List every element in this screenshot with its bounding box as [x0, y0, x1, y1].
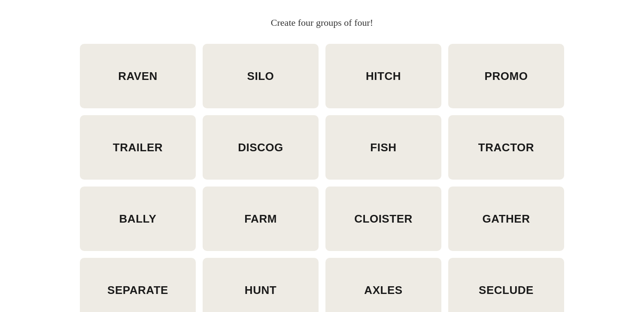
tile-label-seclude: SECLUDE [479, 284, 534, 297]
tile-discog[interactable]: DISCOG [203, 115, 319, 180]
tile-label-hitch: HITCH [366, 70, 401, 83]
tile-label-separate: SEPARATE [107, 284, 168, 297]
tile-fish[interactable]: FISH [325, 115, 441, 180]
tile-label-tractor: TRACTOR [478, 141, 534, 154]
tile-label-discog: DISCOG [238, 141, 283, 154]
tile-tractor[interactable]: TRACTOR [448, 115, 564, 180]
tile-separate[interactable]: SEPARATE [80, 258, 196, 312]
tile-gather[interactable]: GATHER [448, 187, 564, 251]
tile-promo[interactable]: PROMO [448, 44, 564, 108]
tile-label-trailer: TRAILER [113, 141, 163, 154]
tile-raven[interactable]: RAVEN [80, 44, 196, 108]
tile-label-axles: AXLES [364, 284, 402, 297]
tile-cloister[interactable]: CLOISTER [325, 187, 441, 251]
tile-label-silo: SILO [247, 70, 274, 83]
tile-seclude[interactable]: SECLUDE [448, 258, 564, 312]
tile-label-raven: RAVEN [118, 70, 158, 83]
tile-hunt[interactable]: HUNT [203, 258, 319, 312]
tile-hitch[interactable]: HITCH [325, 44, 441, 108]
game-subtitle: Create four groups of four! [271, 17, 373, 28]
tile-label-promo: PROMO [485, 70, 528, 83]
tile-silo[interactable]: SILO [203, 44, 319, 108]
tile-farm[interactable]: FARM [203, 187, 319, 251]
tile-axles[interactable]: AXLES [325, 258, 441, 312]
tile-bally[interactable]: BALLY [80, 187, 196, 251]
tile-label-fish: FISH [370, 141, 396, 154]
tile-label-cloister: CLOISTER [354, 212, 413, 226]
tile-label-hunt: HUNT [245, 284, 276, 297]
tile-trailer[interactable]: TRAILER [80, 115, 196, 180]
tile-label-bally: BALLY [119, 212, 157, 226]
tile-label-farm: FARM [244, 212, 277, 226]
tile-label-gather: GATHER [483, 212, 530, 226]
word-grid: RAVENSILOHITCHPROMOTRAILERDISCOGFISHTRAC… [80, 44, 564, 312]
